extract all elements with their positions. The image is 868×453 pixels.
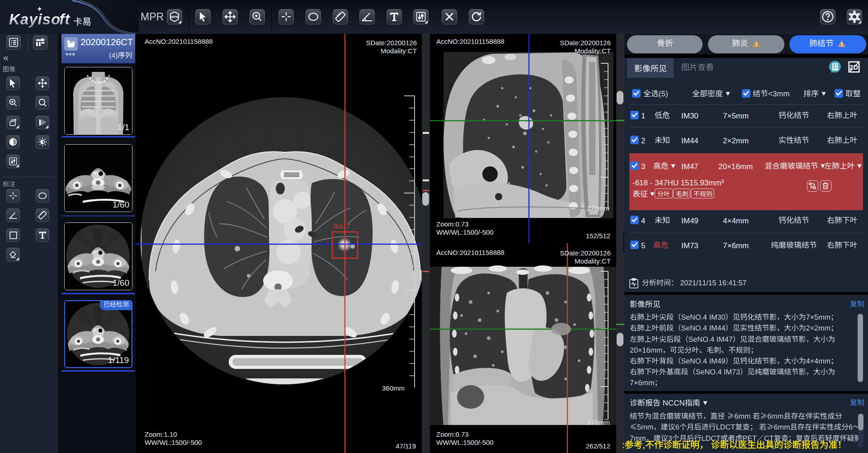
svg-text:IM47: IM47 [334, 223, 350, 231]
svg-text:MPR: MPR [171, 15, 179, 19]
svg-text:2D: 2D [849, 64, 858, 71]
